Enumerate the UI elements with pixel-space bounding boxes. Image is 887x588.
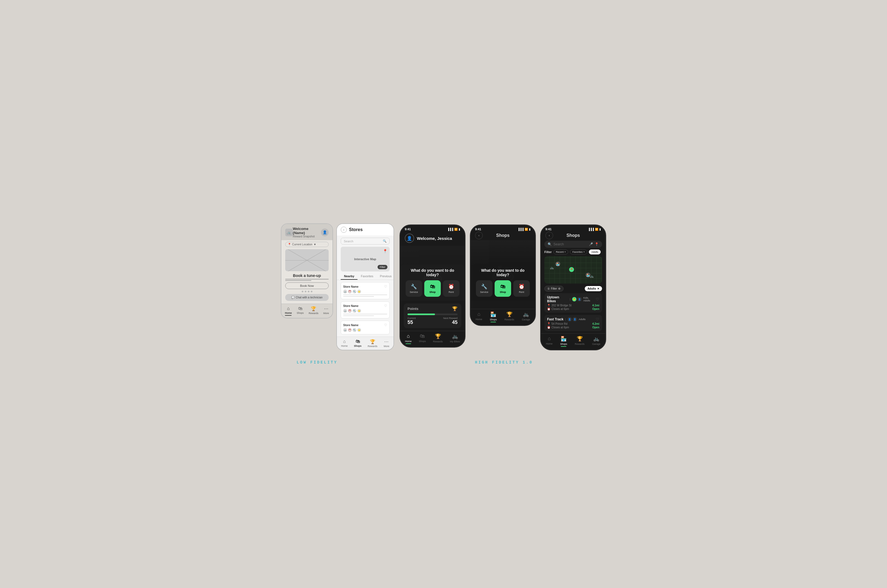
hf2-back-button[interactable]: ‹ bbox=[475, 232, 483, 239]
lf2-filter-button[interactable]: Filter bbox=[378, 265, 387, 269]
home-icon: ⌂ bbox=[548, 336, 551, 342]
lf-nav-rewards[interactable]: 🏆 Rewards bbox=[309, 306, 318, 316]
lf2-heart-icon-3[interactable]: ♡ bbox=[384, 323, 387, 327]
lf2-store-icon-7: 🔧 bbox=[353, 309, 356, 313]
hf1-service-button[interactable]: 🔧 Service bbox=[405, 280, 422, 297]
hf2-nav-shops[interactable]: 🏪 Shops bbox=[490, 311, 497, 322]
lf-phone-2: ‹ Stores Search 🔍 Interactive Map Filter… bbox=[336, 224, 394, 350]
hf1-shop-button[interactable]: 🛍 Shop bbox=[424, 280, 441, 297]
hf2-statusbar: 9:41 ▐▐▐ 🛜 ▮ bbox=[471, 225, 535, 232]
hf3-shop-item-2[interactable]: Fast Track | 👤 👤 Adults ♡ 📍 54 Princ bbox=[544, 315, 602, 331]
lf-nav-shops[interactable]: 🛍 Shops bbox=[297, 306, 304, 316]
lf2-nav-home[interactable]: ⌂ Home bbox=[341, 339, 348, 348]
hf-phone-3: 9:41 ▐▐▐ 🛜 ▮ ‹ Shops 🔍 Search 🎤 bbox=[540, 225, 606, 350]
hf1-rent-button[interactable]: ⏰ Rent bbox=[443, 280, 459, 297]
hf2-service-button[interactable]: 🔧 Service bbox=[476, 280, 492, 297]
lf2-store-icon-11: 🔧 bbox=[353, 328, 356, 332]
lf2-heart-icon-2[interactable]: ♡ bbox=[384, 304, 387, 308]
hf2-title: Shops bbox=[496, 233, 510, 238]
hf1-navbar: ⌂ Home 🛍 Shops 🏆 Rewards 🚲 My Bike bbox=[400, 331, 465, 347]
hf2-nav-garage[interactable]: 🚲 Garage bbox=[522, 311, 530, 322]
home-icon: ⌂ bbox=[477, 311, 480, 317]
lf-nav-more[interactable]: ⋯ More bbox=[323, 306, 329, 316]
lf2-nav-rewards[interactable]: 🏆 Rewards bbox=[368, 339, 378, 348]
hf1-topbar: 👤 Welcome, Jessica bbox=[400, 232, 465, 246]
hf2-hero: 🚲 What do you want to do today? 🔧 Servic… bbox=[471, 240, 535, 301]
hf3-search-actions: 🎤 📍 bbox=[589, 242, 599, 246]
lf-nav-home[interactable]: ⌂ Home bbox=[285, 306, 292, 316]
lf2-store-icons-2: 🚲 ⏰ 🔧 ⭐ bbox=[343, 309, 387, 313]
hf3-filter-label: Filter bbox=[544, 250, 552, 254]
lf-chat-button[interactable]: 💬 Chat with a technician bbox=[285, 294, 329, 301]
lf2-store-icon-8: ⭐ bbox=[357, 309, 361, 313]
hf3-search-bar[interactable]: 🔍 Search 🎤 📍 bbox=[544, 241, 602, 248]
lf2-store-icon-1: 🚲 bbox=[343, 290, 347, 294]
hf3-dist-2: 4.2mi bbox=[592, 322, 599, 326]
battery-icon: ▮ bbox=[599, 228, 601, 231]
hf1-nav-rewards[interactable]: 🏆 Rewards bbox=[433, 333, 443, 344]
hf3-shop-name-2: Fast Track bbox=[547, 317, 563, 321]
hf3-active-bar bbox=[561, 346, 566, 347]
hf2-nav-home[interactable]: ⌂ Home bbox=[476, 311, 482, 322]
hf1-points-current: Current 55 bbox=[408, 317, 416, 326]
hf3-heart-icon-2[interactable]: ♡ bbox=[596, 317, 599, 321]
hf3-shop-hours-2: ⏰ Closes at 6pm Open bbox=[547, 326, 599, 329]
location-icon[interactable]: 📍 bbox=[594, 242, 599, 246]
rewards-icon: 🏆 bbox=[506, 311, 512, 317]
lf2-store-icon-5: 🚲 bbox=[343, 309, 347, 313]
hf3-nav-garage[interactable]: 🚲 Garage bbox=[592, 336, 600, 347]
battery-icon: ▮ bbox=[459, 228, 460, 231]
home-icon: ⌂ bbox=[343, 339, 346, 344]
close-icon[interactable]: ✕ bbox=[597, 287, 599, 290]
hf2-topbar: ‹ Shops bbox=[471, 232, 535, 240]
lf2-store-icons-1: 🚲 ⏰ 🔧 ⭐ bbox=[343, 290, 387, 294]
lf-book-button[interactable]: Book Now bbox=[285, 282, 329, 289]
hf2-rent-button[interactable]: ⏰ Rent bbox=[513, 280, 530, 297]
lf-subtitle: Reward Snapshot bbox=[293, 235, 321, 238]
hf3-shop-tags-2: 👤 👤 bbox=[567, 317, 577, 321]
hf3-chip-favorites[interactable]: Favorites + bbox=[570, 249, 587, 254]
hf3-status-icons: ▐▐▐ 🛜 ▮ bbox=[588, 228, 601, 231]
hf3-nav-shops[interactable]: 🏪 Shops bbox=[560, 336, 567, 347]
hf3-chip-recent[interactable]: Recent + bbox=[554, 249, 568, 254]
lf2-heart-icon-1[interactable]: ♡ bbox=[384, 285, 387, 288]
hf3-addr-text-2: 54 Prince Rd bbox=[551, 322, 591, 326]
service-icon: 🔧 bbox=[481, 284, 487, 290]
lf2-store-line-4 bbox=[343, 315, 374, 316]
lf2-store-item-1[interactable]: Store Name ♡ 🚲 ⏰ 🔧 ⭐ bbox=[341, 282, 390, 299]
hf1-nav-shops[interactable]: 🛍 Shops bbox=[419, 333, 426, 344]
lf2-back-button[interactable]: ‹ bbox=[341, 226, 347, 233]
lf-location[interactable]: 📍 Current Location ▼ bbox=[285, 242, 329, 247]
lf2-tab-favorites[interactable]: Favorites bbox=[357, 273, 377, 280]
hf3-map[interactable]: 📍 🏪 🏪 🚲 🚲 bbox=[544, 256, 602, 284]
hf2-shop-button[interactable]: 🛍 Shop bbox=[495, 280, 511, 297]
lf2-store-row-3: Store Name ♡ bbox=[343, 323, 387, 327]
lf2-store-item-3[interactable]: Store Name ♡ 🚲 ⏰ 🔧 ⭐ bbox=[341, 321, 390, 334]
hf1-nav-home[interactable]: ⌂ Home bbox=[405, 333, 412, 344]
hf-label: HIGH FIDELITY 1.0 bbox=[380, 360, 627, 364]
hf3-back-button[interactable]: ‹ bbox=[545, 232, 553, 239]
lf-label: LOW FIDELITY bbox=[260, 360, 375, 364]
lf2-tab-previous[interactable]: Previous bbox=[377, 273, 394, 280]
lf2-store-item-2[interactable]: Store Name ♡ 🚲 ⏰ 🔧 ⭐ bbox=[341, 302, 390, 318]
hf3-chip-adults[interactable]: Adults bbox=[589, 249, 601, 254]
hf2-spacer bbox=[471, 301, 535, 309]
clock-icon: ⏰ bbox=[547, 326, 551, 329]
main-canvas: 🚲 Welcome (Name) Reward Snapshot 👤 📍 Cur… bbox=[251, 224, 636, 364]
lf2-tab-nearby[interactable]: Nearby bbox=[341, 273, 357, 280]
hf1-nav-mybikes[interactable]: 🚲 My Bikes bbox=[450, 333, 460, 344]
hf2-navbar: ⌂ Home 🏪 Shops 🏆 Rewards 🚲 Garage bbox=[471, 309, 535, 325]
hf3-nav-home[interactable]: ⌂ Home bbox=[546, 336, 552, 347]
hf3-nav-rewards[interactable]: 🏆 Rewards bbox=[575, 336, 585, 347]
hf3-heart-icon-1[interactable]: ♡ bbox=[596, 297, 599, 302]
hf3-adults-chip[interactable]: Adults ✕ bbox=[585, 286, 602, 291]
hf3-shop-item-1[interactable]: Uptown Bikes | 👶 👤 Kids, Adults ♡ 📍 bbox=[544, 293, 602, 313]
lf2-search-bar[interactable]: Search 🔍 bbox=[341, 238, 390, 244]
lf2-nav-more[interactable]: ⋯ More bbox=[384, 339, 389, 348]
lf2-store-icon-4: ⭐ bbox=[357, 290, 361, 294]
hf2-nav-rewards[interactable]: 🏆 Rewards bbox=[504, 311, 515, 322]
microphone-icon[interactable]: 🎤 bbox=[589, 242, 593, 246]
hf3-shop-name-1: Uptown Bikes bbox=[547, 296, 568, 303]
hf3-filter-button[interactable]: ① Filter ⚙ bbox=[544, 286, 564, 291]
lf2-nav-shops[interactable]: 🛍 Shops bbox=[354, 339, 362, 348]
